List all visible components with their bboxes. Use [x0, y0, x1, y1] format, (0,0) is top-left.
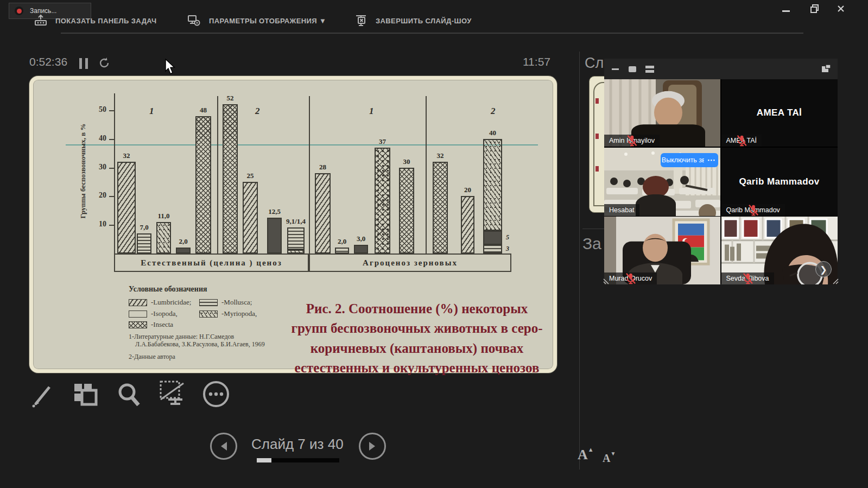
group-label: 1	[149, 106, 166, 117]
legend-label: -Mollusca;	[221, 298, 281, 307]
pause-timer-button[interactable]	[79, 58, 88, 69]
bar-value-label: 28	[304, 163, 342, 172]
recording-icon	[15, 7, 23, 15]
section-divider-line	[217, 96, 218, 253]
speaker-view-icon[interactable]	[628, 65, 637, 73]
next-slide-panel-title: Сл	[585, 55, 604, 72]
next-participants-button[interactable]: ❯	[815, 261, 832, 277]
bar-value-label: 37	[364, 137, 402, 146]
recording-label: Запись...	[30, 7, 56, 15]
next-slide-button[interactable]	[359, 433, 386, 460]
slide-counter: Слайд 7 из 40	[251, 436, 344, 453]
notes-panel-title: За	[582, 235, 601, 253]
display-settings-icon	[187, 14, 201, 27]
legend-swatch-solid	[129, 310, 147, 318]
muted-mic-icon	[721, 204, 785, 216]
window-minimize-button[interactable]	[782, 8, 793, 13]
y-tick-label: 10	[90, 220, 106, 229]
chart-bar-isopoda	[354, 245, 368, 253]
chart-legend-title: Условные обозначения	[129, 285, 207, 294]
increase-font-button[interactable]: A▲	[578, 446, 594, 463]
gallery-view-icon[interactable]	[663, 65, 671, 73]
side-panel-divider	[582, 229, 604, 229]
y-tick-label: 30	[90, 163, 106, 172]
participant-grid: Amin Ismayilov AMEA TAİ AMEA TAİ	[604, 79, 838, 284]
popout-panel-icon[interactable]	[821, 64, 831, 75]
window-close-button[interactable]	[837, 4, 845, 13]
section-divider-line	[309, 96, 310, 253]
legend-swatch-dotdiag	[199, 310, 218, 318]
figure-caption: Рис. 2. Соотношение (%) некоторых групп …	[287, 299, 547, 378]
muted-mic-icon	[721, 272, 774, 284]
bar-value-label: 20	[449, 186, 487, 194]
next-slide-thumbnail[interactable]	[589, 76, 605, 213]
y-tick	[109, 196, 114, 197]
group-label: 2	[491, 106, 507, 117]
minimize-video-panel-icon[interactable]	[611, 65, 619, 73]
previous-slide-button[interactable]	[210, 433, 237, 460]
chart-footnote-1: 1-Литературные данные: Н.Г.Самедов	[129, 333, 234, 341]
chart-bar-insecta	[399, 168, 414, 253]
panel-resize-grip-left[interactable]	[603, 277, 611, 286]
show-taskbar-label: ПОКАЗАТЬ ПАНЕЛЬ ЗАДАЧ	[55, 17, 157, 25]
bar-value-label: 48	[185, 106, 223, 115]
participant-tile-amea[interactable]: AMEA TAİ AMEA TAİ	[721, 79, 838, 147]
bar-segment	[287, 227, 305, 250]
wall-clock: 11:57	[523, 55, 550, 68]
decrease-font-button[interactable]: A▼	[603, 451, 616, 465]
participant-more-button[interactable]: ⋯	[704, 153, 718, 167]
y-tick	[109, 225, 114, 226]
chart-bar-isopoda	[176, 248, 191, 253]
bar-segment	[483, 231, 502, 245]
bar-value-label: 12,5	[256, 207, 294, 216]
legend-swatch-diagonal	[129, 299, 147, 306]
mouse-cursor	[164, 59, 176, 77]
bar-value-label: 9,1/1,4	[277, 217, 315, 226]
legend-label: -Myriopoda,	[221, 309, 281, 318]
bar-value-label: 11,0	[145, 212, 183, 220]
pen-tool-button[interactable]	[30, 382, 55, 409]
participant-tile-amin[interactable]: Amin Ismayilov	[604, 79, 720, 147]
window-restore-button[interactable]	[810, 4, 820, 14]
participant-tile-hesabat[interactable]: Выключить звук ⋯ Hesabat	[604, 148, 720, 216]
chart-bar-insecta	[195, 116, 211, 253]
end-slideshow-label: ЗАВЕРШИТЬ СЛАЙД-ШОУ	[376, 17, 472, 25]
group-label: 2	[255, 106, 271, 117]
video-panel-header[interactable]	[604, 59, 838, 79]
chart-bar-insecta	[433, 162, 448, 253]
section-divider-line	[426, 96, 427, 253]
show-taskbar-button[interactable]: ПОКАЗАТЬ ПАНЕЛЬ ЗАДАЧ	[34, 14, 157, 27]
chart-y-axis-label: Группы беспозвоночных, в %	[79, 100, 87, 242]
participant-tile-murad[interactable]: Murad Orucov	[604, 217, 720, 284]
restart-timer-button[interactable]	[98, 56, 111, 69]
participant-tile-qarib[interactable]: Qarib Mammadov Qarib Mammadov	[721, 148, 838, 216]
chart-footnote-2: 2-Данные автора	[129, 353, 175, 361]
toolbar-divider	[61, 33, 803, 34]
reference-line	[66, 144, 538, 145]
x-axis-section-box: Естественный (целина ) ценоз	[114, 253, 309, 272]
see-all-slides-button[interactable]	[72, 381, 100, 409]
panel-resize-grip-right[interactable]	[831, 277, 839, 286]
black-screen-button[interactable]	[157, 379, 189, 409]
legend-swatch-crosshatch	[129, 321, 147, 328]
presenter-view-window: Запись... ПОКАЗАТЬ ПАНЕЛЬ ЗАДАЧ ПАРАМЕТР…	[0, 0, 868, 488]
display-options-button[interactable]: ПАРАМЕТРЫ ОТОБРАЖЕНИЯ ▼	[187, 14, 326, 27]
x-axis-section-box: Агроценоз зерновых	[309, 253, 511, 272]
bar-value-label: 32	[107, 151, 145, 160]
bar-segment	[483, 139, 502, 231]
participant-name-tag: Qarib Mammadov	[721, 204, 785, 216]
end-slideshow-button[interactable]: ЗАВЕРШИТЬ СЛАЙД-ШОУ	[354, 14, 472, 27]
zoom-into-slide-button[interactable]	[115, 381, 142, 409]
strip-view-icon[interactable]	[645, 65, 654, 73]
bar-value-label: 52	[211, 94, 249, 103]
progress-fill	[257, 458, 271, 462]
y-tick-label: 20	[90, 191, 106, 200]
bar-value-label: 32	[421, 151, 459, 160]
more-options-button[interactable]	[202, 380, 231, 409]
participant-name-tag: Murad Orucov	[604, 272, 657, 284]
group-label: 1	[369, 106, 385, 117]
bar-value-label: 40	[474, 129, 512, 137]
y-tick	[109, 139, 114, 140]
chart-bar-lumbricidae	[117, 162, 136, 253]
segment-side-label: 3	[506, 245, 515, 252]
